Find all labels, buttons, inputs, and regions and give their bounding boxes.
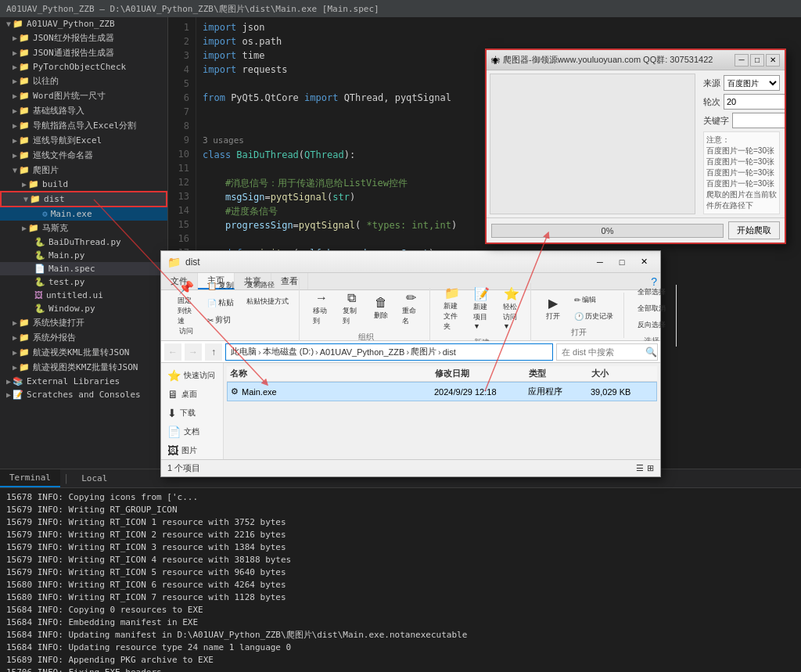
select-all-button[interactable]: 全部选择 bbox=[632, 285, 671, 300]
sidebar-item-word[interactable]: 📁 Word图片统一尺寸 bbox=[0, 88, 167, 103]
file-name-cell: ⚙ Main.exe bbox=[231, 386, 434, 397]
open-button[interactable]: ▶ 打开 bbox=[539, 293, 567, 324]
sidebar-item-ext-report[interactable]: 📁 系统外报告 bbox=[0, 330, 167, 345]
sidebar-item-nav-kml2[interactable]: 📁 航迹视图类KMZ批量转JSON bbox=[0, 360, 167, 375]
crawler-app-icon: 🕷 bbox=[491, 56, 500, 65]
terminal-line: 15679 INFO: Writing RT_ICON 2 resource w… bbox=[6, 529, 795, 541]
edit-button[interactable]: ✏ 编辑 bbox=[569, 293, 619, 307]
sidebar-item-test-py[interactable]: 🐍 test.py bbox=[0, 275, 167, 289]
source-select[interactable]: 百度图片 bbox=[724, 75, 780, 91]
terminal-content[interactable]: 15678 INFO: Copying icons from ['c... 15… bbox=[0, 488, 801, 672]
folder-icon: 📁 bbox=[19, 48, 30, 58]
tab-local[interactable]: Local bbox=[72, 469, 117, 487]
view-list-icon[interactable]: ☰ bbox=[636, 463, 644, 473]
title-text: A01UAV_Python_ZZB – D:\A01UAV_Python_ZZB… bbox=[6, 3, 379, 15]
nav-quick-access[interactable]: ⭐ 快速访问 bbox=[161, 366, 223, 385]
nav-downloads[interactable]: ⬇ 下载 bbox=[161, 404, 223, 422]
source-label: 来源 bbox=[703, 77, 720, 89]
sidebar-item-nav-kml[interactable]: 📁 航迹视类KML批量转JSON bbox=[0, 345, 167, 360]
file-row-main-exe[interactable]: ⚙ Main.exe 2024/9/29 12:18 应用程序 39,029 K… bbox=[227, 382, 657, 401]
sidebar-item-main-exe[interactable]: ⚙ Main.exe bbox=[0, 207, 167, 221]
back-button[interactable]: ← bbox=[164, 343, 181, 361]
start-crawl-button[interactable]: 开始爬取 bbox=[728, 221, 780, 239]
sidebar-item-build[interactable]: 📁 build bbox=[0, 178, 167, 191]
sidebar-label: Word图片统一尺寸 bbox=[33, 90, 106, 102]
cw-win-buttons: ─ □ ✕ bbox=[735, 54, 780, 66]
keyword-input[interactable] bbox=[732, 113, 785, 128]
sidebar-item-nav-excel[interactable]: 📁 导航指路点导入Excel分割 bbox=[0, 118, 167, 133]
paste-button[interactable]: 📄 粘贴 bbox=[202, 295, 239, 311]
tab-terminal[interactable]: Terminal bbox=[0, 469, 60, 487]
forward-button[interactable]: → bbox=[185, 343, 202, 361]
sidebar-item-sys-open[interactable]: 📁 系统快捷打开 bbox=[0, 315, 167, 330]
maximize-button[interactable]: □ bbox=[612, 254, 632, 270]
address-path[interactable]: 此电脑 › 本地磁盘 (D:) › A01UAV_Python_ZZB › 爬图… bbox=[225, 343, 553, 361]
folder-icon: 📁 bbox=[19, 135, 30, 146]
folder-icon: 📁 bbox=[30, 194, 41, 204]
nav-pictures[interactable]: 🖼 图片 bbox=[161, 441, 223, 459]
fe-ribbon-content: 📌 固定到快速 访问 📋 复制 📄 粘贴 bbox=[161, 290, 660, 340]
chevron-icon bbox=[13, 318, 17, 327]
select-none-button[interactable]: 全部取消 bbox=[632, 301, 671, 316]
paste-shortcut-button[interactable]: 粘贴快捷方式 bbox=[241, 294, 294, 309]
sidebar-item-ext-libs[interactable]: 📚 External Libraries bbox=[0, 375, 167, 388]
sidebar-item-predict[interactable]: 📁 以往的 bbox=[0, 74, 167, 88]
easy-access-button[interactable]: ⭐ 轻松访问 ▼ bbox=[497, 284, 526, 332]
sidebar-item-json-report[interactable]: 📁 JSON红外报告生成器 bbox=[0, 31, 167, 45]
sidebar-label: build bbox=[42, 179, 68, 189]
fixed-access-button[interactable]: 📌 固定到快速 访问 bbox=[172, 278, 200, 339]
new-item-button[interactable]: 📝 新建项目 ▼ bbox=[468, 284, 496, 332]
sidebar-label: dist bbox=[44, 194, 65, 204]
cw-form: 来源 百度图片 轮次 关键字 注意： 百度图片一轮=30张 百度图片一轮=30张… bbox=[699, 70, 785, 217]
sidebar-root[interactable]: 📁 A01UAV_Python_ZZB bbox=[0, 17, 167, 31]
sidebar-item-main-py[interactable]: 🐍 Main.py bbox=[0, 249, 167, 262]
sidebar-item-untitled-ui[interactable]: 🖼 untitled.ui bbox=[0, 289, 167, 302]
chevron-icon bbox=[13, 106, 17, 115]
sidebar-item-main-spec[interactable]: 📄 Main.spec bbox=[0, 262, 167, 275]
up-button[interactable]: ↑ bbox=[205, 343, 222, 361]
copy-button[interactable]: 📋 复制 bbox=[202, 278, 239, 293]
copy-path-button[interactable]: 复制路径 bbox=[241, 278, 294, 293]
sidebar-item-scratches[interactable]: 📝 Scratches and Consoles bbox=[0, 388, 167, 401]
sidebar-label: JSON红外报告生成器 bbox=[33, 32, 114, 44]
cw-maximize-button[interactable]: □ bbox=[750, 54, 764, 66]
invert-select-button[interactable]: 反向选择 bbox=[632, 318, 671, 332]
sidebar-label: PyTorchObjectCheck bbox=[33, 62, 126, 72]
rename-button[interactable]: ✏ 重命名 bbox=[397, 288, 425, 329]
cut-button[interactable]: ✂ 剪切 bbox=[202, 312, 239, 328]
sidebar-item-crawler[interactable]: 📁 爬图片 bbox=[0, 163, 167, 178]
move-to-button[interactable]: → 移动到 bbox=[307, 289, 336, 329]
chevron-icon bbox=[6, 377, 11, 386]
minimize-button[interactable]: ─ bbox=[590, 254, 610, 270]
turns-input[interactable] bbox=[724, 94, 785, 110]
sidebar-item-baiduthread[interactable]: 🐍 BaiDuThread.py bbox=[0, 235, 167, 249]
nav-documents[interactable]: 📄 文档 bbox=[161, 422, 223, 441]
view-grid-icon[interactable]: ⊞ bbox=[647, 463, 654, 473]
sidebar-item-dist[interactable]: 📁 dist bbox=[0, 191, 167, 207]
close-button[interactable]: ✕ bbox=[634, 254, 654, 270]
sidebar-item-window-py[interactable]: 🐍 Window.py bbox=[0, 302, 167, 315]
cw-minimize-button[interactable]: ─ bbox=[735, 54, 749, 66]
new-folder-button[interactable]: 📁 新建文件夹 bbox=[438, 283, 466, 334]
desktop-icon: 🖥 bbox=[167, 388, 178, 401]
sidebar-item-file-rename[interactable]: 📁 巡线文件命名器 bbox=[0, 148, 167, 163]
sidebar-item-nav-excel2[interactable]: 📁 巡线导航到Excel bbox=[0, 133, 167, 148]
exe-file-icon: ⚙ bbox=[231, 386, 239, 397]
sidebar-item-path-import[interactable]: 📁 基础线路导入 bbox=[0, 103, 167, 118]
folder-icon: 📁 bbox=[19, 318, 30, 328]
terminal-line: 15679 INFO: Writing RT_GROUP_ICON bbox=[6, 504, 795, 516]
cw-close-button[interactable]: ✕ bbox=[766, 54, 780, 66]
nav-desktop[interactable]: 🖥 桌面 bbox=[161, 385, 223, 404]
documents-icon: 📄 bbox=[167, 426, 181, 438]
code-line-1: import json bbox=[203, 20, 795, 34]
search-input[interactable] bbox=[556, 343, 658, 361]
copy-to-button[interactable]: ⧉ 复制到 bbox=[337, 289, 365, 329]
sidebar-item-masikefu[interactable]: 📁 马斯克 bbox=[0, 221, 167, 235]
sidebar-item-json-channel[interactable]: 📁 JSON通道报告生成器 bbox=[0, 45, 167, 60]
keyword-label: 关键字 bbox=[703, 115, 729, 127]
sidebar-item-pytorch[interactable]: 📁 PyTorchObjectCheck bbox=[0, 60, 167, 74]
history-button[interactable]: 🕐 历史记录 bbox=[569, 309, 619, 324]
folder-icon: 📁 bbox=[19, 347, 30, 358]
open-icon: ▶ bbox=[548, 296, 558, 311]
delete-button[interactable]: 🗑 删除 bbox=[367, 293, 395, 323]
